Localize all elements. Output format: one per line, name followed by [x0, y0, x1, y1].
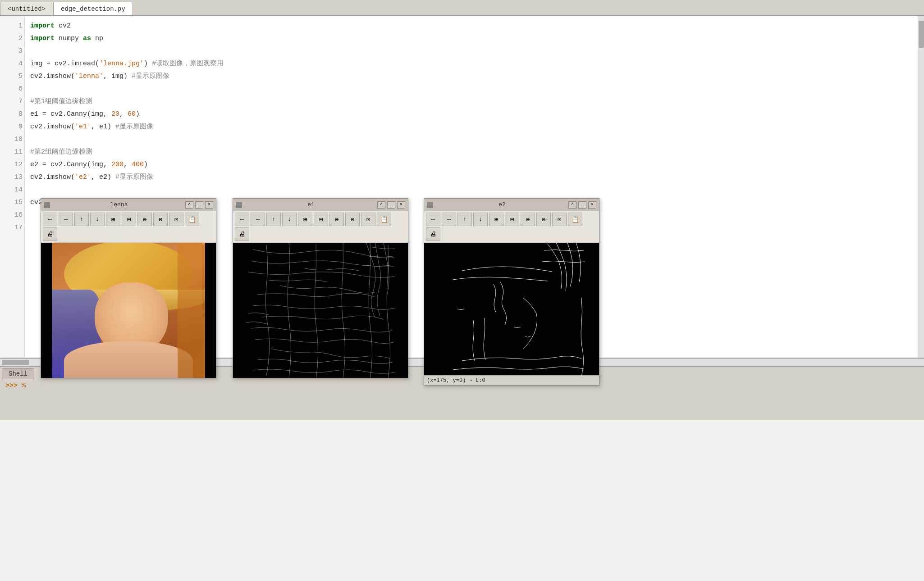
- e2-tool-copy[interactable]: 📋: [568, 213, 582, 226]
- bg-right: [178, 243, 205, 378]
- e2-tool-zoomin[interactable]: ⊕: [521, 213, 535, 226]
- code-line-10: [30, 133, 919, 146]
- e2-tool-up[interactable]: ↑: [457, 213, 472, 226]
- code-line-14: [30, 184, 919, 196]
- shell-input: %: [22, 382, 26, 390]
- e2-title: e2: [436, 201, 568, 208]
- e1-tool-forward[interactable]: →: [251, 213, 265, 226]
- code-line-2: import numpy as np: [30, 32, 919, 45]
- lenna-titlebar[interactable]: lenna ^ _ ×: [41, 199, 216, 211]
- lenna-image: [41, 243, 216, 378]
- lenna-maximize-btn[interactable]: ^: [185, 201, 193, 209]
- tab-untitled[interactable]: <untitled>: [0, 2, 53, 15]
- e1-tool-zoomout[interactable]: ⊖: [345, 213, 360, 226]
- code-line-5: cv2.imshow('lenna', img) #显示原图像: [30, 70, 919, 83]
- lenna-minimize-btn[interactable]: _: [195, 201, 203, 209]
- lenna-title: lenna: [53, 201, 185, 208]
- e1-win-icon: [236, 202, 242, 208]
- e1-tool-print[interactable]: 🖨: [235, 227, 249, 241]
- e1-titlebar[interactable]: e1 ^ _ ×: [233, 199, 408, 211]
- e1-tool-zoomin[interactable]: ⊕: [329, 213, 344, 226]
- line-numbers: 12345 678910 1112131415 1617: [0, 16, 25, 358]
- e1-tool-up[interactable]: ↑: [266, 213, 281, 226]
- tool-zoomin[interactable]: ⊕: [137, 213, 152, 226]
- e2-minimize-btn[interactable]: _: [578, 201, 586, 209]
- e2-statusbar: (x=175, y=0) ~ L:0: [424, 375, 599, 385]
- window-e2: e2 ^ _ × ← → ↑ ↓ ⊞ ⊟ ⊕ ⊖ ⊡ 📋 🖨: [424, 198, 599, 386]
- e2-image: [424, 243, 599, 375]
- e1-image: [233, 243, 408, 378]
- e2-tool-down[interactable]: ↓: [473, 213, 488, 226]
- e2-maximize-btn[interactable]: ^: [568, 201, 576, 209]
- e2-tool-print[interactable]: 🖨: [426, 227, 440, 241]
- tool-down[interactable]: ↓: [90, 213, 105, 226]
- code-line-6: [30, 83, 919, 95]
- code-line-7: #第1组阈值边缘检测: [30, 95, 919, 108]
- e2-canvas: [435, 243, 588, 375]
- e2-close-btn[interactable]: ×: [588, 201, 596, 209]
- code-line-13: cv2.imshow('e2', e2) #显示原图像: [30, 171, 919, 184]
- lenna-win-icon: [44, 202, 50, 208]
- tab-edge-detection[interactable]: edge_detection.py: [53, 2, 133, 15]
- code-line-3: [30, 45, 919, 58]
- tool-forward[interactable]: →: [59, 213, 73, 226]
- e2-titlebar[interactable]: e2 ^ _ ×: [424, 199, 599, 211]
- vertical-scrollbar[interactable]: [918, 16, 924, 358]
- code-line-8: e1 = cv2.Canny(img, 20, 60): [30, 108, 919, 121]
- e2-tool-back[interactable]: ←: [426, 213, 440, 226]
- e1-maximize-btn[interactable]: ^: [377, 201, 385, 209]
- e1-close-btn[interactable]: ×: [397, 201, 405, 209]
- e1-tool-select[interactable]: ⊡: [361, 213, 375, 226]
- tool-up[interactable]: ↑: [74, 213, 89, 226]
- window-lenna: lenna ^ _ × ← → ↑ ↓ ⊞ ⊟ ⊕ ⊖ ⊡ 📋 🖨: [41, 198, 216, 378]
- lenna-toolbar: ← → ↑ ↓ ⊞ ⊟ ⊕ ⊖ ⊡ 📋 🖨: [41, 211, 216, 243]
- lenna-canvas: [52, 243, 205, 378]
- code-line-11: #第2组阈值边缘检测: [30, 146, 919, 159]
- tool-actual[interactable]: ⊟: [122, 213, 136, 226]
- e2-tool-zoomout[interactable]: ⊖: [536, 213, 551, 226]
- code-line-12: e2 = cv2.Canny(img, 200, 400): [30, 159, 919, 171]
- e2-toolbar: ← → ↑ ↓ ⊞ ⊟ ⊕ ⊖ ⊡ 📋 🖨: [424, 211, 599, 243]
- e2-tool-select[interactable]: ⊡: [552, 213, 567, 226]
- e2-status-text: (x=175, y=0) ~ L:0: [427, 377, 485, 384]
- e1-canvas: [244, 243, 397, 378]
- tool-copy[interactable]: 📋: [185, 213, 199, 226]
- e1-svg: [244, 243, 397, 378]
- e2-win-icon: [427, 202, 433, 208]
- e1-tool-actual[interactable]: ⊟: [314, 213, 328, 226]
- tool-print[interactable]: 🖨: [43, 227, 57, 241]
- e1-tool-fit[interactable]: ⊞: [298, 213, 312, 226]
- e2-win-controls: ^ _ ×: [568, 201, 596, 209]
- e1-tool-back[interactable]: ←: [235, 213, 249, 226]
- code-line-4: img = cv2.imread('lenna.jpg') #读取图像，原图观察…: [30, 58, 919, 70]
- e2-tool-actual[interactable]: ⊟: [505, 213, 519, 226]
- e2-tool-forward[interactable]: →: [442, 213, 456, 226]
- tool-zoomout[interactable]: ⊖: [153, 213, 168, 226]
- lenna-close-btn[interactable]: ×: [205, 201, 213, 209]
- e2-svg: [435, 243, 588, 375]
- tab-bar: <untitled> edge_detection.py: [0, 0, 924, 16]
- e1-title: e1: [245, 201, 377, 208]
- tool-select[interactable]: ⊡: [169, 213, 183, 226]
- e2-tool-fit[interactable]: ⊞: [489, 213, 503, 226]
- tool-back[interactable]: ←: [43, 213, 57, 226]
- shell-tab[interactable]: Shell: [2, 368, 34, 379]
- code-line-9: cv2.imshow('e1', e1) #显示原图像: [30, 121, 919, 133]
- code-line-1: import cv2: [30, 20, 919, 32]
- scroll-thumb[interactable]: [919, 21, 924, 48]
- e1-tool-copy[interactable]: 📋: [377, 213, 391, 226]
- e1-tool-down[interactable]: ↓: [282, 213, 297, 226]
- tool-fit[interactable]: ⊞: [106, 213, 120, 226]
- e1-toolbar: ← → ↑ ↓ ⊞ ⊟ ⊕ ⊖ ⊡ 📋 🖨: [233, 211, 408, 243]
- e1-minimize-btn[interactable]: _: [387, 201, 395, 209]
- lenna-win-controls: ^ _ ×: [185, 201, 213, 209]
- shell-prompt: >>>: [5, 382, 18, 390]
- e1-win-controls: ^ _ ×: [377, 201, 405, 209]
- shoulder: [64, 341, 193, 378]
- window-e1: e1 ^ _ × ← → ↑ ↓ ⊞ ⊟ ⊕ ⊖ ⊡ 📋 🖨: [233, 198, 408, 378]
- h-scroll-thumb[interactable]: [2, 360, 29, 365]
